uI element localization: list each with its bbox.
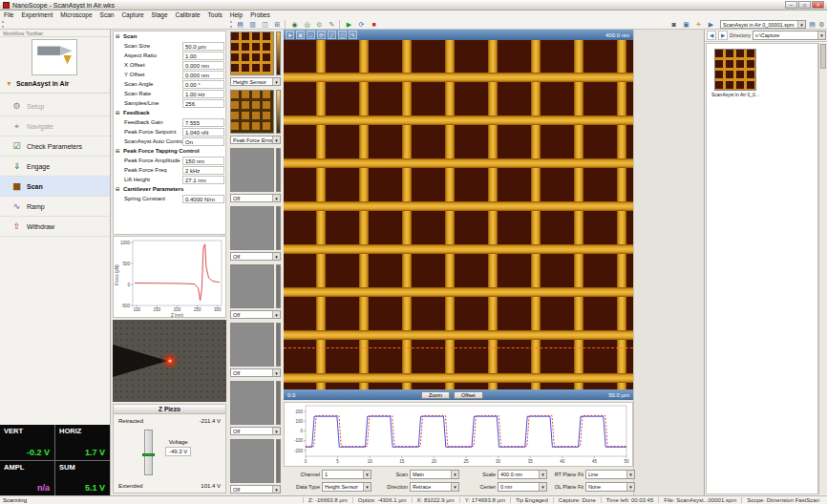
menu-help[interactable]: Help — [226, 11, 246, 18]
menu-scan[interactable]: Scan — [96, 11, 118, 18]
control-scale-select[interactable]: 400.0 nm▾ — [498, 470, 547, 479]
menu-tools[interactable]: Tools — [204, 11, 226, 18]
param-spring-constant-value[interactable]: 0.4000 N/m — [182, 195, 224, 203]
menu-experiment[interactable]: Experiment — [17, 11, 56, 18]
optics-snapshot-icon[interactable]: ▣ — [681, 20, 691, 29]
line-tool-icon[interactable]: ╱ — [328, 31, 336, 39]
channel-select-7[interactable]: Off▾ — [230, 427, 281, 435]
param-aspect-ratio-value[interactable]: 1.00 — [182, 52, 224, 60]
workflow-item-ramp[interactable]: ∿Ramp — [0, 197, 110, 217]
menu-probes[interactable]: Probes — [246, 11, 274, 18]
menu-calibrate[interactable]: Calibrate — [172, 11, 204, 18]
control-rt-plane-fit-select[interactable]: Line▾ — [585, 470, 635, 479]
directory-combo[interactable]: v:\Capture ▾ — [753, 31, 826, 40]
close-button[interactable]: ✕ — [812, 1, 824, 9]
expander-icon[interactable]: ⊟ — [116, 33, 121, 39]
channel-thumbnail-7[interactable] — [230, 381, 274, 425]
param-scan-rate-value[interactable]: 1.00 Hz — [182, 90, 224, 98]
box-tool-icon[interactable]: ◻ — [338, 31, 347, 39]
browse-forward-icon[interactable]: ▶ — [718, 31, 728, 40]
menu-microscope[interactable]: Microscope — [56, 11, 95, 18]
video-icon[interactable]: ▶ — [706, 20, 716, 29]
control-scan-select[interactable]: Main▾ — [410, 470, 459, 479]
channel-thumbnail-3[interactable] — [230, 148, 274, 192]
workflow-item-scan[interactable]: ▦Scan — [0, 177, 110, 197]
param-group-feedback[interactable]: ⊟Feedback — [114, 108, 225, 117]
probe-image-button[interactable] — [32, 39, 77, 75]
menu-stage[interactable]: Stage — [148, 11, 172, 18]
channel-thumbnail-5[interactable] — [230, 264, 274, 308]
browse-back-icon[interactable]: ◀ — [707, 31, 716, 40]
channel-select-1[interactable]: Height Sensor▾ — [230, 77, 281, 86]
zoom-tool-icon[interactable]: ⊞ — [296, 31, 305, 39]
start-scan-icon[interactable]: ▶ — [344, 20, 354, 29]
workflow-item-withdraw[interactable]: ⇧Withdraw — [0, 217, 110, 237]
channel-select-2[interactable]: Peak Force Error▾ — [230, 136, 281, 144]
optical-camera-view[interactable] — [113, 320, 226, 402]
param-y-offset-value[interactable]: 0.000 nm — [182, 71, 224, 79]
capture-browse-icon[interactable]: ▤ — [808, 20, 816, 29]
expander-icon[interactable]: ⊟ — [116, 148, 121, 154]
control-channel-select[interactable]: 1▾ — [322, 470, 371, 479]
channel-thumbnail-4[interactable] — [230, 206, 274, 250]
frame-restart-icon[interactable]: ⟳ — [356, 20, 367, 29]
channel-select-8[interactable]: Off▾ — [230, 485, 281, 494]
param-scan-angle-value[interactable]: 0.00 ° — [182, 80, 224, 89]
param-peak-force-setpoint-value[interactable]: 1.040 nN — [182, 128, 224, 136]
param-feedback-gain-value[interactable]: 7.555 — [182, 118, 224, 127]
param-group-peak-force-tapping-control[interactable]: ⊟Peak Force Tapping Control — [114, 146, 225, 156]
param-group-scan[interactable]: ⊟Scan — [114, 32, 225, 41]
param-scan-size-value[interactable]: 50.0 µm — [182, 42, 224, 51]
param-scanasyst-auto-control-value[interactable]: On — [182, 137, 224, 146]
tile-horizontal-icon[interactable]: ▥ — [247, 20, 258, 29]
expander-icon[interactable]: ⊟ — [116, 110, 121, 116]
rotate-tool-icon[interactable]: ⟳ — [317, 31, 326, 39]
menu-file[interactable]: File — [0, 11, 17, 18]
control-direction-select[interactable]: Retrace▾ — [410, 482, 459, 492]
param-peak-force-amplitude-value[interactable]: 150 nm — [182, 157, 224, 165]
quad-view-icon[interactable]: ⊞ — [272, 20, 283, 29]
channel-select-6[interactable]: Off▾ — [230, 368, 281, 377]
stop-scan-icon[interactable]: ■ — [369, 20, 379, 29]
capture-filename-combo[interactable]: ScanAsyst in Air 0_00001.spm ▾ — [720, 20, 806, 29]
capture-image-icon[interactable]: ◉ — [289, 20, 300, 29]
capture-continuous-icon[interactable]: ◎ — [302, 20, 312, 29]
annotation-tool-icon[interactable]: ✎ — [349, 31, 357, 39]
zoom-button[interactable]: Zoom — [421, 391, 450, 399]
channel-select-4[interactable]: Off▾ — [230, 252, 281, 261]
capture-options-icon[interactable]: ⚙ — [817, 20, 826, 29]
afm-scan-image[interactable] — [284, 40, 633, 389]
param-lift-height-value[interactable]: 27.1 nm — [182, 176, 224, 184]
minimize-button[interactable]: – — [785, 1, 797, 9]
param-peak-force-freq-value[interactable]: 2 kHz — [182, 166, 224, 175]
channel-thumbnail-2[interactable] — [230, 90, 274, 134]
channel-thumbnail-8[interactable] — [230, 439, 274, 483]
capture-filename-icon[interactable]: ✎ — [327, 20, 337, 29]
control-center-select[interactable]: 0 nm▾ — [498, 482, 547, 492]
pan-tool-icon[interactable]: ↔ — [307, 31, 315, 39]
param-x-offset-value[interactable]: 0.000 nm — [182, 61, 224, 70]
channel-select-3[interactable]: Off▾ — [230, 194, 281, 202]
param-group-cantilever-parameters[interactable]: ⊟Cantilever Parameters — [114, 184, 225, 194]
file-list-scrollbar[interactable] — [818, 43, 827, 494]
channel-thumbnail-1[interactable] — [230, 32, 274, 75]
channel-select-5[interactable]: Off▾ — [230, 310, 281, 319]
illumination-icon[interactable]: ☀ — [693, 20, 704, 29]
file-thumbnail[interactable]: ScanAsyst in Air 0_0... — [711, 49, 759, 97]
param-samples-line-value[interactable]: 256 — [182, 99, 224, 108]
control-ol-plane-fit-select[interactable]: None▾ — [585, 482, 635, 492]
camera-icon[interactable]: ◙ — [668, 20, 679, 29]
maximize-button[interactable]: □ — [798, 1, 811, 9]
control-data-type-select[interactable]: Height Sensor▾ — [322, 482, 371, 492]
tile-vertical-icon[interactable]: ◫ — [260, 20, 270, 29]
expander-icon[interactable]: ⊟ — [116, 186, 121, 192]
offset-button[interactable]: Offset — [454, 391, 483, 399]
select-tool-icon[interactable]: ➤ — [286, 31, 294, 39]
scrollbar-thumb[interactable] — [820, 44, 826, 69]
channel-thumbnail-6[interactable] — [230, 323, 274, 367]
dock-layout-icon[interactable]: ▤ — [235, 20, 245, 29]
capture-now-icon[interactable]: ⊙ — [314, 20, 325, 29]
workflow-item-check-parameters[interactable]: ☑Check Parameters — [0, 136, 110, 157]
workflow-item-engage[interactable]: ⇓Engage — [0, 157, 110, 177]
menu-capture[interactable]: Capture — [117, 11, 147, 18]
